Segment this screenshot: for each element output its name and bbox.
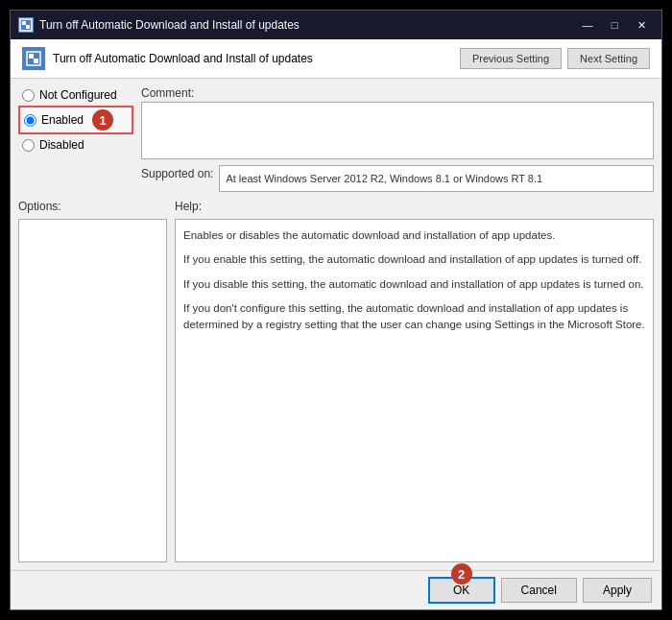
right-panel: Comment: Supported on: At least Windows … (141, 86, 654, 192)
window-icon (18, 17, 34, 33)
comment-label: Comment: (141, 86, 654, 100)
help-paragraph: Enables or disables the automatic downlo… (183, 227, 645, 244)
ok-wrapper: 2 OK (428, 577, 495, 604)
options-label: Options: (18, 200, 167, 213)
not-configured-radio[interactable] (22, 89, 35, 102)
badge-1: 1 (92, 109, 113, 131)
dialog-header: Turn off Automatic Download and Install … (11, 39, 661, 79)
help-label: Help: (175, 200, 654, 213)
comment-textarea[interactable] (141, 102, 654, 159)
policy-icon (22, 47, 45, 70)
main-content: Not Configured Enabled 1 Disabled (11, 79, 661, 570)
enabled-option[interactable]: Enabled 1 (18, 106, 133, 134)
help-paragraph: If you don't configure this setting, the… (183, 300, 645, 334)
dialog-title: Turn off Automatic Download and Install … (53, 52, 313, 65)
options-help-section: Options: Help: Enables or disables the a… (18, 200, 654, 562)
maximize-button[interactable]: □ (602, 15, 627, 35)
bottom-bar: 2 OK Cancel Apply (11, 570, 661, 609)
supported-value: At least Windows Server 2012 R2, Windows… (219, 165, 654, 192)
navigation-buttons: Previous Setting Next Setting (460, 48, 650, 69)
help-box: Enables or disables the automatic downlo… (175, 219, 654, 562)
comment-section: Comment: (141, 86, 654, 159)
disabled-label: Disabled (39, 138, 84, 152)
options-panel: Options: (18, 200, 167, 562)
help-paragraph: If you disable this setting, the automat… (183, 276, 645, 293)
help-paragraph: If you enable this setting, the automati… (183, 251, 645, 268)
minimize-button[interactable]: — (575, 15, 600, 35)
supported-label: Supported on: (141, 167, 213, 180)
svg-rect-5 (34, 59, 38, 63)
not-configured-option[interactable]: Not Configured (18, 86, 133, 104)
not-configured-label: Not Configured (39, 88, 117, 102)
main-window: Turn off Automatic Download and Install … (10, 10, 662, 610)
radio-panel: Not Configured Enabled 1 Disabled (18, 86, 133, 192)
help-panel: Help: Enables or disables the automatic … (175, 200, 654, 562)
disabled-option[interactable]: Disabled (18, 136, 133, 154)
previous-setting-button[interactable]: Previous Setting (460, 48, 562, 69)
svg-rect-4 (29, 54, 34, 59)
title-bar-controls: — □ ✕ (575, 15, 654, 35)
content-area: Turn off Automatic Download and Install … (11, 39, 661, 609)
options-box (18, 219, 167, 562)
title-bar-text: Turn off Automatic Download and Install … (39, 18, 575, 32)
svg-rect-2 (26, 25, 30, 29)
svg-rect-1 (22, 21, 26, 25)
top-section: Not Configured Enabled 1 Disabled (18, 86, 654, 192)
close-button[interactable]: ✕ (629, 15, 654, 35)
enabled-radio[interactable] (24, 114, 36, 127)
title-bar: Turn off Automatic Download and Install … (11, 11, 661, 39)
dialog-header-left: Turn off Automatic Download and Install … (22, 47, 313, 70)
cancel-button[interactable]: Cancel (501, 578, 577, 603)
next-setting-button[interactable]: Next Setting (567, 48, 650, 69)
enabled-label: Enabled (41, 113, 84, 127)
badge-2: 2 (451, 563, 472, 584)
apply-button[interactable]: Apply (583, 578, 652, 603)
supported-section: Supported on: At least Windows Server 20… (141, 165, 654, 192)
disabled-radio[interactable] (22, 139, 35, 152)
